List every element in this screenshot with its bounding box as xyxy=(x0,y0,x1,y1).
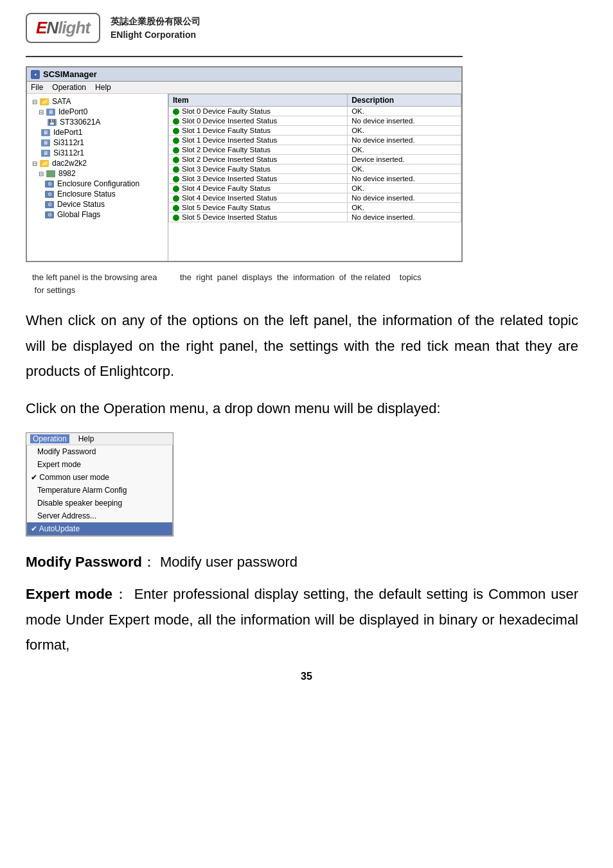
tree-si3112r1-b[interactable]: 🖥 Si3112r1 xyxy=(27,148,168,158)
op-menu-operation[interactable]: Operation xyxy=(30,434,69,443)
app-body: ⊟ 📁 SATA ⊟ 🖥 IdePort0 💾 ST330621A 🖥 IdeP… xyxy=(27,94,461,261)
status-dot xyxy=(173,186,179,192)
caption-left-text: the left panel is the browsing area for … xyxy=(32,272,157,295)
tree-label-device-status: Device Status xyxy=(57,200,105,209)
tree-label-dac2w2k2: dac2w2k2 xyxy=(52,159,87,168)
table-row: Slot 5 Device Inserted StatusNo device i… xyxy=(169,213,461,222)
table-cell-item: Slot 3 Device Faulty Status xyxy=(169,164,348,174)
caption-right: the right panel displays the information… xyxy=(167,271,463,296)
folder-icon-dac2w2k2: 📁 xyxy=(40,160,49,167)
tree-sata[interactable]: ⊟ 📁 SATA xyxy=(27,96,168,107)
tree-label-sata: SATA xyxy=(52,97,71,106)
table-row: Slot 3 Device Inserted StatusNo device i… xyxy=(169,174,461,184)
table-cell-item: Slot 5 Device Inserted Status xyxy=(169,213,348,222)
tree-8982[interactable]: ⊟ 8982 xyxy=(27,168,168,179)
op-item-common-user[interactable]: ✔ Common user mode xyxy=(27,471,172,484)
tree-ideport0[interactable]: ⊟ 🖥 IdePort0 xyxy=(27,107,168,117)
table-cell-item: Slot 5 Device Faulty Status xyxy=(169,203,348,213)
table-cell-desc: No device inserted. xyxy=(348,213,461,222)
hdd-icon-ideport1: 🖥 xyxy=(41,129,50,136)
tree-st330621a[interactable]: 💾 ST330621A xyxy=(27,117,168,127)
operation-menu-window: Operation Help Modify Password Expert mo… xyxy=(26,432,173,536)
left-panel[interactable]: ⊟ 📁 SATA ⊟ 🖥 IdePort0 💾 ST330621A 🖥 IdeP… xyxy=(27,94,168,261)
tree-device-status[interactable]: ⚙ Device Status xyxy=(27,199,168,209)
op-item-modify-password[interactable]: Modify Password xyxy=(27,445,172,458)
company-name-zh: 英誌企業股份有限公司 xyxy=(111,15,200,28)
table-row: Slot 0 Device Inserted StatusNo device i… xyxy=(169,116,461,126)
tree-enclosure-config[interactable]: ⚙ Enclosure Configuration xyxy=(27,179,168,189)
app-menubar[interactable]: File Operation Help xyxy=(27,82,461,94)
tree-label-enclosure-status: Enclosure Status xyxy=(57,190,116,199)
menu-operation[interactable]: Operation xyxy=(52,83,86,92)
op-item-disable-speaker[interactable]: Disable speaker beeping xyxy=(27,497,172,509)
op-menu-bar[interactable]: Operation Help xyxy=(26,433,173,445)
modify-password-colon: ： xyxy=(142,554,156,570)
tree-dac2w2k2[interactable]: ⊟ 📁 dac2w2k2 xyxy=(27,158,168,168)
tree-enclosure-status[interactable]: ⚙ Enclosure Status xyxy=(27,189,168,199)
app-icon: ▪ xyxy=(31,70,40,79)
table-cell-desc: OK. xyxy=(348,126,461,136)
expand-dac2w2k2[interactable]: ⊟ xyxy=(32,160,37,167)
table-cell-item: Slot 1 Device Inserted Status xyxy=(169,136,348,145)
table-row: Slot 4 Device Faulty StatusOK. xyxy=(169,184,461,193)
hdd-icon-st330621a: 💾 xyxy=(48,119,57,126)
hdd-icon-ideport0: 🖥 xyxy=(46,109,55,116)
tree-ideport1[interactable]: 🖥 IdePort1 xyxy=(27,127,168,137)
app-window: ▪ SCSIManager File Operation Help ⊟ 📁 SA… xyxy=(26,66,463,262)
status-dot xyxy=(173,205,179,211)
status-dot xyxy=(173,109,179,115)
modify-password-term: Modify Password xyxy=(26,554,142,570)
tree-label-st330621a: ST330621A xyxy=(60,118,100,127)
status-dot xyxy=(173,166,179,173)
table-cell-desc: No device inserted. xyxy=(348,116,461,126)
tree-label-ideport0: IdePort0 xyxy=(58,107,87,116)
table-cell-desc: No device inserted. xyxy=(348,193,461,203)
header: ENlight 英誌企業股份有限公司 ENlight Corporation xyxy=(26,13,587,43)
app-title: SCSIManager xyxy=(43,69,97,79)
op-menu-help[interactable]: Help xyxy=(78,434,94,443)
menu-help[interactable]: Help xyxy=(95,83,111,92)
page-number: 35 xyxy=(26,671,587,682)
expand-8982[interactable]: ⊟ xyxy=(39,170,44,177)
caption-left: the left panel is the browsing area for … xyxy=(26,271,167,296)
hdd-icon-si3112r1-a: 🖥 xyxy=(41,139,50,146)
tree-label-si3112r1-a: Si3112r1 xyxy=(53,138,84,147)
menu-file[interactable]: File xyxy=(31,83,43,92)
table-cell-item: Slot 2 Device Inserted Status xyxy=(169,155,348,164)
main-paragraph-text: When click on any of the options on the … xyxy=(26,312,578,379)
expand-sata[interactable]: ⊟ xyxy=(32,98,37,105)
table-row: Slot 5 Device Faulty StatusOK. xyxy=(169,203,461,213)
tree-si3112r1-a[interactable]: 🖥 Si3112r1 xyxy=(27,137,168,148)
modify-password-text: Modify user password xyxy=(156,554,298,570)
main-paragraph: When click on any of the options on the … xyxy=(26,308,578,384)
table-cell-desc: OK. xyxy=(348,107,461,116)
company-name-en: ENlight Corporation xyxy=(111,28,200,42)
expert-mode-term: Expert mode xyxy=(26,586,112,602)
expand-ideport0[interactable]: ⊟ xyxy=(39,109,44,116)
app-titlebar: ▪ SCSIManager xyxy=(27,67,461,82)
modify-password-desc: Modify Password： Modify user password xyxy=(26,549,578,575)
tree-global-flags[interactable]: ⚙ Global Flags xyxy=(27,209,168,220)
op-item-server-address[interactable]: Server Address... xyxy=(27,509,172,522)
device-icon-8982 xyxy=(46,170,55,177)
settings-icon-enc-config: ⚙ xyxy=(45,181,54,188)
table-row: Slot 2 Device Faulty StatusOK. xyxy=(169,145,461,155)
table-cell-item: Slot 0 Device Faulty Status xyxy=(169,107,348,116)
col-item: Item xyxy=(169,94,348,107)
header-divider xyxy=(26,56,463,57)
tree-label-si3112r1-b: Si3112r1 xyxy=(53,148,84,157)
op-item-autoupdate[interactable]: ✔ AutoUpdate xyxy=(27,522,172,535)
op-item-expert-mode[interactable]: Expert mode xyxy=(27,458,172,471)
tree-label-ideport1: IdePort1 xyxy=(53,128,82,137)
tree-label-enclosure-config: Enclosure Configuration xyxy=(57,179,139,188)
table-cell-desc: OK. xyxy=(348,145,461,155)
status-dot xyxy=(173,195,179,202)
expert-mode-colon: ： xyxy=(112,586,129,602)
op-item-temp-alarm[interactable]: Temperature Alarm Config xyxy=(27,484,172,497)
settings-icon-device-status: ⚙ xyxy=(45,201,54,208)
page-number-text: 35 xyxy=(301,671,312,682)
col-desc: Description xyxy=(348,94,461,107)
expert-mode-desc: Expert mode： Enter professional display … xyxy=(26,581,578,658)
table-cell-desc: OK. xyxy=(348,184,461,193)
table-cell-desc: OK. xyxy=(348,203,461,213)
